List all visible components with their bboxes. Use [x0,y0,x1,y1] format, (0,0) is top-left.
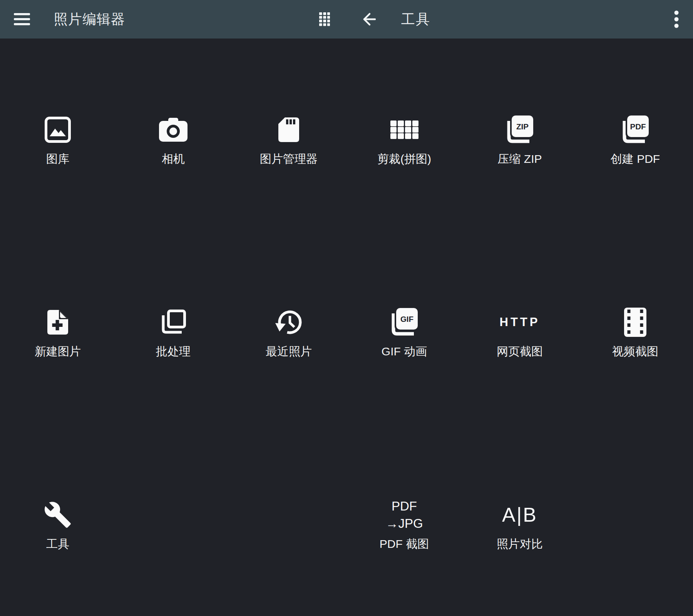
pdf-to-jpg-line1: PDF [385,497,423,515]
tile-label: 工具 [46,537,69,551]
tile-gif-animation[interactable]: GIF GIF 动画 [346,231,462,424]
tool-row-1: 图库 相机 图片管理器 [0,38,693,231]
tile-label: 相机 [162,152,185,166]
tile-tools[interactable]: 工具 [0,424,116,616]
zip-badge-text: ZIP [516,122,529,131]
app-title: 照片编辑器 [54,10,125,29]
tile-gallery[interactable]: 图库 [0,38,116,231]
tile-web-capture[interactable]: HTTP 网页截图 [462,231,578,424]
tile-empty [231,424,346,616]
tool-row-3: 工具 PDF →JPG PDF 截图 A|B 照片对比 [0,424,693,616]
pdf-badge-text: PDF [630,122,646,131]
gif-file-icon: GIF [390,308,419,337]
tile-crop-collage[interactable]: 剪裁(拼图) [346,38,462,231]
back-arrow-icon[interactable] [361,12,376,27]
batch-layers-icon [161,310,186,335]
tile-label: 压缩 ZIP [497,152,542,166]
overflow-menu-icon[interactable] [674,10,679,28]
history-clock-icon [275,308,303,336]
tile-label: 最近照片 [266,345,312,358]
section-title: 工具 [401,10,430,29]
sd-card-icon [278,117,299,142]
pdf-to-jpg-line2: →JPG [385,515,423,532]
new-document-icon [47,310,68,335]
tile-label: 图片管理器 [260,152,318,166]
tile-label: 网页截图 [497,345,543,358]
tile-empty [116,424,231,616]
collage-grid-icon [390,121,418,139]
hamburger-menu-icon[interactable] [14,13,30,25]
tile-create-pdf[interactable]: PDF 创建 PDF [578,38,693,231]
tile-photo-compare[interactable]: A|B 照片对比 [462,424,578,616]
tool-row-2: 新建图片 批处理 最近照片 [0,231,693,424]
photo-editor-screen: { "colors": { "background": "#202228", "… [0,0,693,616]
grid-view-icon[interactable] [319,12,330,26]
wrench-icon [44,500,72,529]
tile-label: GIF 动画 [382,345,427,358]
ab-compare-text-icon: A|B [502,503,537,526]
tile-label: 批处理 [156,345,191,358]
tile-recent-photos[interactable]: 最近照片 [231,231,346,424]
camera-icon [159,118,187,142]
pdf-file-icon: PDF [621,115,650,144]
tile-batch[interactable]: 批处理 [116,231,231,424]
tile-image-manager[interactable]: 图片管理器 [231,38,346,231]
tile-label: 视频截图 [612,345,658,358]
topbar: 照片编辑器 工具 [0,0,693,38]
tile-label: 新建图片 [35,345,81,358]
tile-label: 剪裁(拼图) [377,152,431,166]
gallery-icon [45,117,71,143]
tool-grid: 图库 相机 图片管理器 [0,38,693,616]
tile-empty [578,424,693,616]
gif-badge-text: GIF [400,315,413,323]
tile-pdf-capture[interactable]: PDF →JPG PDF 截图 [346,424,462,616]
http-text-icon: HTTP [500,315,540,329]
tile-new-image[interactable]: 新建图片 [0,231,116,424]
tile-camera[interactable]: 相机 [116,38,231,231]
tile-compress-zip[interactable]: ZIP 压缩 ZIP [462,38,578,231]
tile-label: PDF 截图 [380,537,429,551]
film-strip-icon [624,307,647,337]
zip-file-icon: ZIP [505,115,534,144]
pdf-to-jpg-text-icon: PDF →JPG [385,497,423,532]
tile-label: 创建 PDF [611,152,660,166]
tile-label: 图库 [46,152,69,166]
tile-video-capture[interactable]: 视频截图 [578,231,693,424]
tile-label: 照片对比 [497,537,543,551]
